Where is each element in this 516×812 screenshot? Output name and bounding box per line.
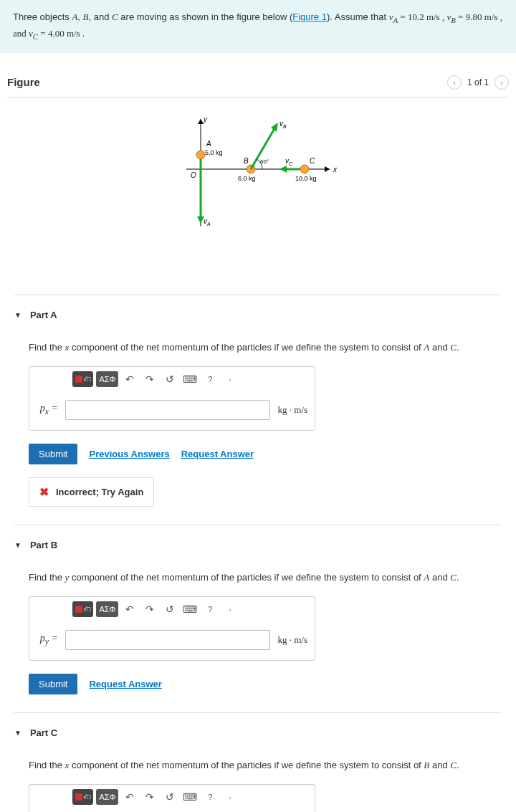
svg-point-20: [300, 165, 309, 173]
feedback-box: ✖ Incorrect; Try Again: [29, 477, 154, 507]
svg-text:vA: vA: [204, 217, 211, 226]
answer-input[interactable]: [65, 630, 270, 650]
figure-link[interactable]: Figure 1: [292, 11, 327, 22]
degree-icon[interactable]: ?: [201, 371, 219, 387]
collapse-caret-icon[interactable]: ▼: [14, 311, 22, 319]
submit-button[interactable]: Submit: [29, 674, 77, 694]
part-b: ▼ Part B Find the y component of the net…: [14, 525, 502, 694]
part-title: Part C: [30, 727, 57, 738]
degree-icon[interactable]: ?: [201, 789, 219, 805]
keyboard-icon[interactable]: ⌨: [181, 789, 199, 805]
undo-icon[interactable]: ↶: [121, 601, 138, 617]
svg-text:vC: vC: [285, 157, 293, 166]
svg-text:60°: 60°: [260, 158, 269, 165]
figure-canvas: O x y A 5.0 kg vA B 6.0 kg vB 60° C: [7, 97, 509, 277]
part-prompt: Find the y component of the net momentum…: [29, 572, 502, 583]
svg-marker-1: [325, 166, 330, 172]
svg-text:B: B: [244, 157, 249, 165]
link-request-answer[interactable]: Request Answer: [89, 679, 161, 689]
pager-text: 1 of 1: [467, 77, 489, 87]
reset-icon[interactable]: ↺: [161, 371, 178, 387]
unit-label: kg · m/s: [277, 634, 307, 646]
equation-toolbar: √□ ΑΣΦ ↶ ↷ ↺ ⌨ ? ·: [29, 597, 315, 621]
variable-label: py =: [37, 633, 58, 646]
svg-text:x: x: [333, 166, 338, 173]
figure-title: Figure: [7, 76, 40, 88]
more-icon[interactable]: ·: [221, 789, 239, 805]
figure-pager: ‹ 1 of 1 ›: [447, 75, 509, 90]
collapse-caret-icon[interactable]: ▼: [14, 541, 22, 549]
svg-text:5.0 kg: 5.0 kg: [205, 149, 223, 156]
unit-label: kg · m/s: [277, 404, 307, 416]
part-a: ▼ Part A Find the x component of the net…: [14, 295, 502, 507]
template-chip-icon[interactable]: √□: [72, 601, 93, 617]
keyboard-icon[interactable]: ⌨: [181, 601, 199, 617]
more-icon[interactable]: ·: [221, 371, 239, 387]
answer-box: √□ ΑΣΦ ↶ ↷ ↺ ⌨ ? · py = kg · m/s: [29, 596, 315, 661]
submit-button[interactable]: Submit: [29, 444, 77, 464]
svg-marker-24: [280, 166, 287, 173]
reset-icon[interactable]: ↺: [161, 601, 178, 617]
answer-box: √□ ΑΣΦ ↶ ↷ ↺ ⌨ ? · px = kg · m/s: [29, 366, 315, 431]
answer-box: √□ ΑΣΦ ↶ ↷ ↺ ⌨ ? · px = kg · m/s: [29, 784, 315, 812]
redo-icon[interactable]: ↷: [141, 601, 158, 617]
feedback-text: Incorrect; Try Again: [56, 487, 143, 497]
svg-text:y: y: [203, 115, 208, 123]
part-prompt: Find the x component of the net momentum…: [29, 760, 502, 771]
template-chip-icon[interactable]: √□: [72, 371, 93, 387]
template-chip-icon[interactable]: √□: [72, 789, 93, 805]
greek-chip-icon[interactable]: ΑΣΦ: [96, 601, 118, 617]
pager-prev-button[interactable]: ‹: [447, 75, 462, 90]
undo-icon[interactable]: ↶: [121, 371, 138, 387]
svg-text:vB: vB: [280, 120, 287, 129]
greek-chip-icon[interactable]: ΑΣΦ: [96, 371, 118, 387]
redo-icon[interactable]: ↷: [141, 789, 158, 805]
svg-text:O: O: [191, 171, 196, 179]
reset-icon[interactable]: ↺: [161, 789, 178, 805]
svg-point-7: [196, 151, 205, 159]
svg-text:10.0 kg: 10.0 kg: [295, 175, 317, 182]
variable-label: px =: [37, 403, 58, 416]
pager-next-button[interactable]: ›: [494, 75, 509, 90]
link-previous-answers[interactable]: Previous Answers: [89, 449, 169, 459]
redo-icon[interactable]: ↷: [141, 371, 158, 387]
svg-marker-3: [198, 119, 204, 124]
svg-text:6.0 kg: 6.0 kg: [238, 175, 256, 182]
equation-toolbar: √□ ΑΣΦ ↶ ↷ ↺ ⌨ ? ·: [29, 367, 315, 391]
svg-text:C: C: [310, 157, 315, 165]
problem-statement: Three objects A, B, and C are moving as …: [0, 0, 516, 54]
collapse-caret-icon[interactable]: ▼: [14, 729, 22, 737]
greek-chip-icon[interactable]: ΑΣΦ: [96, 789, 118, 805]
part-title: Part A: [30, 310, 57, 320]
answer-input[interactable]: [65, 400, 270, 420]
part-prompt: Find the x component of the net momentum…: [29, 342, 502, 353]
undo-icon[interactable]: ↶: [121, 789, 138, 805]
equation-toolbar: √□ ΑΣΦ ↶ ↷ ↺ ⌨ ? ·: [29, 785, 315, 809]
more-icon[interactable]: ·: [221, 601, 239, 617]
link-request-answer[interactable]: Request Answer: [181, 449, 254, 459]
degree-icon[interactable]: ?: [201, 601, 219, 617]
keyboard-icon[interactable]: ⌨: [181, 371, 199, 387]
part-title: Part B: [30, 540, 57, 550]
part-c: ▼ Part C Find the x component of the net…: [14, 712, 502, 812]
incorrect-icon: ✖: [39, 485, 49, 499]
intro-text: Three objects: [13, 11, 72, 22]
svg-text:A: A: [206, 140, 211, 148]
